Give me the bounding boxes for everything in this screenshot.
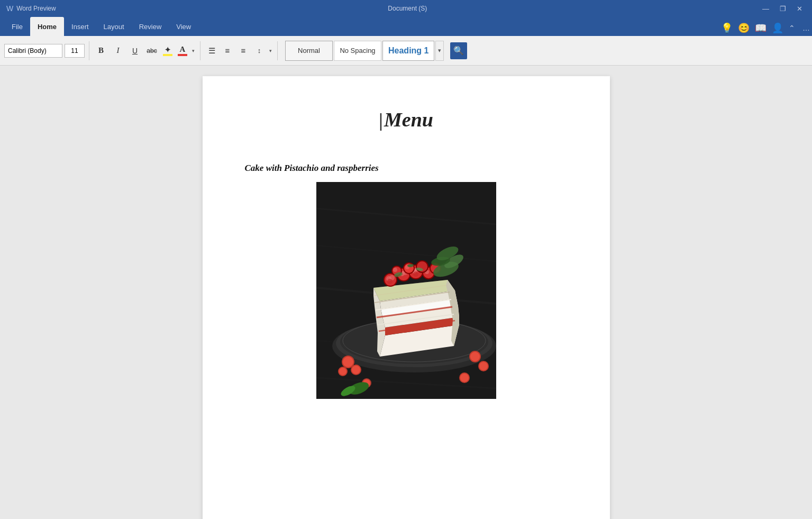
restore-button[interactable]: ❐ <box>777 4 789 14</box>
tab-review[interactable]: Review <box>132 17 169 36</box>
ribbon-tabs: File Home Insert Layout Review View 💡 😊 … <box>0 17 812 36</box>
gallery-dropdown[interactable]: ▾ <box>435 41 444 61</box>
close-button[interactable]: ✕ <box>793 4 806 14</box>
svg-point-36 <box>387 279 393 284</box>
bold-icon: B <box>98 46 104 55</box>
title-bar-center: Document (S) <box>388 5 427 12</box>
svg-point-23 <box>460 374 469 382</box>
emoji-icon[interactable]: 😊 <box>738 22 750 34</box>
tab-layout[interactable]: Layout <box>96 17 132 36</box>
divider-3 <box>277 41 278 60</box>
underline-icon: U <box>132 47 138 55</box>
bullet-list-icon: ☰ <box>208 46 215 56</box>
document-title: Document (S) <box>388 5 427 12</box>
style-no-spacing[interactable]: No Spacing <box>334 41 381 61</box>
underline-button[interactable]: U <box>127 43 142 58</box>
bold-button[interactable]: B <box>94 43 108 58</box>
align-icon: ≡ <box>241 46 246 55</box>
dish-name: Cake with Pistachio and raspberries <box>245 163 379 174</box>
tab-file[interactable]: File <box>4 17 30 36</box>
italic-icon: I <box>117 46 120 55</box>
title-bar: W Word Preview Document (S) — ❐ ✕ <box>0 0 812 17</box>
svg-point-15 <box>339 368 346 375</box>
style-heading1-label: Heading 1 <box>388 46 428 56</box>
gallery-dropdown-icon: ▾ <box>438 47 441 54</box>
highlight-icon: ✦ <box>165 45 171 54</box>
font-color-button[interactable]: A <box>176 44 189 57</box>
font-name-value: Calibri (Body) <box>8 47 47 54</box>
svg-point-51 <box>393 268 397 272</box>
highlight-bar <box>163 54 172 56</box>
highlight-button[interactable]: ✦ <box>161 44 174 57</box>
ribbon-collapse[interactable]: ⌃ <box>789 24 795 32</box>
style-no-spacing-label: No Spacing <box>340 47 375 54</box>
user-icon[interactable]: 👤 <box>772 22 783 34</box>
numbered-list-icon: ≡ <box>225 46 230 55</box>
minimize-button[interactable]: — <box>759 4 772 14</box>
tab-home[interactable]: Home <box>30 17 64 36</box>
para-dropdown[interactable]: ▾ <box>268 48 273 53</box>
strikethrough-icon: abc <box>147 47 157 54</box>
strikethrough-button[interactable]: abc <box>144 43 159 58</box>
font-color-dropdown[interactable]: ▾ <box>191 48 196 53</box>
app-icon: W <box>6 4 13 13</box>
divider-2 <box>200 41 200 60</box>
window-controls: — ❐ ✕ <box>759 4 806 14</box>
font-color-icon: A <box>180 45 186 54</box>
line-spacing-icon: ↕ <box>258 47 261 54</box>
svg-point-13 <box>352 366 360 374</box>
find-icon: 🔍 <box>453 45 464 56</box>
find-button[interactable]: 🔍 <box>450 42 467 59</box>
align-button[interactable]: ≡ <box>236 43 250 58</box>
font-size-value: 11 <box>71 47 78 54</box>
font-color-bar <box>178 54 187 56</box>
svg-point-19 <box>479 362 488 370</box>
svg-point-11 <box>343 357 353 367</box>
document-title: Menu <box>379 108 433 131</box>
content-area: Menu Cake with Pistachio and raspberries <box>0 66 812 519</box>
ribbon-toolbar: Calibri (Body) 11 B I U abc ✦ A ▾ ☰ ≡ ≡ … <box>0 36 812 66</box>
dish-image <box>316 182 496 399</box>
ribbon-more[interactable]: … <box>802 24 810 32</box>
style-gallery: Normal No Spacing Heading 1 ▾ <box>285 41 444 61</box>
font-size-box[interactable]: 11 <box>65 44 85 58</box>
dish-section: Cake with Pistachio and raspberries <box>245 163 568 399</box>
document-page: Menu Cake with Pistachio and raspberries <box>203 76 610 519</box>
italic-button[interactable]: I <box>111 43 125 58</box>
svg-point-45 <box>413 271 418 277</box>
tab-view[interactable]: View <box>169 17 198 36</box>
style-normal-label: Normal <box>298 47 320 54</box>
read-icon[interactable]: 📖 <box>755 22 767 34</box>
help-icon[interactable]: 💡 <box>721 22 733 34</box>
svg-point-17 <box>470 352 480 361</box>
numbered-list-button[interactable]: ≡ <box>221 43 234 58</box>
cake-svg <box>316 182 496 399</box>
style-normal[interactable]: Normal <box>285 41 333 61</box>
line-spacing-button[interactable]: ↕ <box>252 43 266 58</box>
style-heading1[interactable]: Heading 1 <box>382 41 434 61</box>
title-bar-left: W Word Preview <box>6 4 56 13</box>
app-name: Word Preview <box>16 5 56 12</box>
tab-insert[interactable]: Insert <box>64 17 96 36</box>
font-name-box[interactable]: Calibri (Body) <box>4 44 62 58</box>
bullet-list-button[interactable]: ☰ <box>205 43 218 58</box>
divider-1 <box>89 41 89 60</box>
